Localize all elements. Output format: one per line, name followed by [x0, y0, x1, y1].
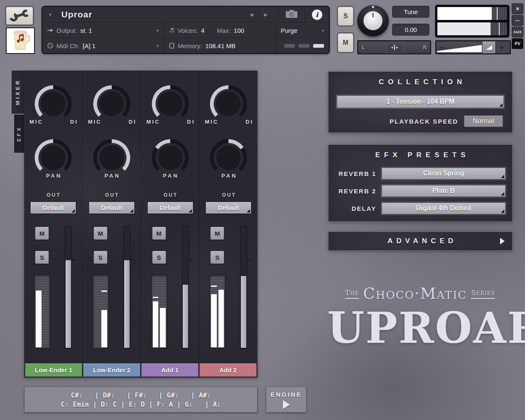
pan-label: PAN — [24, 173, 82, 179]
play-icon — [283, 400, 290, 409]
mug-icon — [8, 29, 32, 53]
output-level-meters — [435, 5, 509, 37]
volume-slider[interactable]: − + — [435, 40, 511, 54]
out-label: OUT — [24, 192, 82, 198]
solo-button[interactable]: S — [93, 251, 108, 264]
solo-button[interactable]: S — [338, 7, 353, 26]
mute-button[interactable]: M — [152, 227, 166, 240]
edit-instrument-button[interactable] — [6, 7, 33, 25]
mic-di-blend-knob[interactable] — [207, 81, 250, 125]
efx-presets-title: EFX PRESETS — [329, 151, 512, 159]
out-label: OUT — [141, 192, 199, 198]
output-jack-icon — [47, 28, 53, 33]
pan-label: PAN — [141, 173, 199, 179]
reverb1-label: REVERB 1 — [339, 170, 376, 177]
channel-volume-fader[interactable] — [123, 226, 130, 349]
minimize-icon[interactable]: — — [512, 15, 523, 26]
tune-value[interactable]: 0.00 — [392, 24, 429, 36]
voices-readout: ♬ Voices: 4 Max: 100 — [164, 23, 276, 38]
channel-level-meter — [209, 275, 226, 349]
next-instrument-icon[interactable]: ▶ — [264, 12, 267, 17]
channel-name-tab[interactable]: Add 1 — [141, 363, 199, 377]
pan-knob[interactable] — [32, 135, 75, 178]
mic-di-blend-knob[interactable] — [32, 81, 75, 125]
instrument-artwork — [6, 27, 35, 54]
delay-preset-select[interactable]: Digital 4th Dotted — [382, 203, 505, 214]
advanced-button[interactable]: ADVANCED — [328, 232, 513, 251]
pan-slider-handle[interactable]: ◂▸ — [386, 42, 403, 53]
tune-label: Tune — [392, 6, 429, 18]
mixer-strip: MIC DI PAN OUT Default M S — [199, 71, 258, 363]
channel-volume-fader[interactable] — [240, 226, 247, 349]
channel-volume-fader[interactable] — [65, 226, 72, 349]
performance-view-button[interactable]: PV — [512, 38, 523, 49]
tab-efx[interactable]: EFX — [14, 115, 24, 153]
pan-slider[interactable]: L R ◂▸ — [357, 40, 431, 54]
prev-instrument-icon[interactable]: ◀ — [250, 12, 253, 17]
chevron-down-icon: ▾ — [157, 44, 159, 48]
output-routing-select[interactable]: Default — [206, 202, 251, 214]
close-icon[interactable]: ✕ — [512, 3, 523, 14]
info-icon[interactable]: i — [312, 10, 322, 20]
purge-menu[interactable]: Purge ▾ — [276, 23, 329, 38]
reverb1-preset-select[interactable]: Clean Spring — [382, 168, 505, 179]
volume-wedge — [437, 42, 482, 52]
mute-button[interactable]: M — [35, 227, 49, 240]
channel-tabs-row: Low-Ender 1 Low-Ender 2 Add 1 Add 2 — [25, 363, 257, 377]
knob-marker — [372, 6, 374, 8]
volume-minus-label: − — [440, 44, 444, 51]
snapshot-button[interactable] — [278, 7, 304, 22]
output-routing-select[interactable]: Default — [147, 202, 193, 214]
channel-name-tab[interactable]: Add 2 — [199, 363, 257, 377]
volume-slider-handle[interactable] — [483, 42, 495, 53]
purge-led — [313, 44, 324, 48]
solo-button[interactable]: S — [152, 251, 166, 264]
keymap-line-sharps: C#: | D#: | F#: | G#: | A#: — [25, 391, 257, 399]
tab-mixer[interactable]: MIXER — [12, 71, 24, 114]
reverb2-preset-select[interactable]: Plate B — [382, 185, 505, 197]
mic-di-blend-knob[interactable] — [149, 81, 192, 125]
mixer-strip: MIC DI PAN OUT Default M S — [83, 71, 141, 363]
fader-zero-notch — [130, 259, 133, 261]
pan-knob[interactable] — [90, 135, 133, 178]
delay-label: DELAY — [352, 205, 376, 212]
mic-di-labels: MIC DI — [88, 119, 137, 125]
mic-di-blend-knob[interactable] — [90, 81, 133, 125]
arrow-right-icon — [500, 238, 505, 244]
channel-volume-fader[interactable] — [182, 226, 189, 349]
aux-button[interactable]: AUX — [512, 27, 523, 37]
out-label: OUT — [199, 192, 258, 198]
fader-zero-notch — [72, 259, 75, 261]
camera-icon — [285, 10, 298, 20]
fader-zero-notch — [247, 259, 250, 261]
collection-panel: COLLECTION 1 - Tension - 104 BPM PLAYBAC… — [328, 71, 513, 133]
instrument-title: Uproar — [61, 10, 93, 20]
pan-knob[interactable] — [149, 135, 192, 178]
title-dropdown-icon[interactable]: ▾ — [49, 12, 52, 17]
tune-knob[interactable] — [357, 5, 389, 37]
solo-button[interactable]: S — [210, 251, 224, 264]
instrument-header: ▾ Uproar ◀ ▶ — [42, 6, 330, 54]
efx-presets-panel: EFX PRESETS REVERB 1 Clean Spring REVERB… — [328, 144, 513, 222]
output-select[interactable]: Output: st. 1 ▾ — [42, 23, 164, 38]
pan-knob[interactable] — [207, 135, 250, 178]
channel-name-tab[interactable]: Low-Ender 2 — [83, 363, 140, 377]
purge-led — [284, 44, 295, 48]
mute-button[interactable]: M — [338, 33, 353, 52]
midi-channel-select[interactable]: Midi Ch: [A] 1 ▾ — [42, 38, 164, 53]
channel-level-meter — [34, 275, 50, 349]
purge-led — [299, 44, 309, 48]
level-meter-right — [437, 22, 507, 35]
channel-name-tab[interactable]: Low-Ender 1 — [25, 363, 82, 377]
output-routing-select[interactable]: Default — [89, 202, 135, 214]
mute-button[interactable]: M — [210, 227, 224, 240]
collection-select[interactable]: 1 - Tension - 104 BPM — [337, 95, 504, 108]
output-routing-select[interactable]: Default — [30, 202, 76, 214]
level-meter-left — [437, 7, 507, 20]
keymap-legend: C#: | D#: | F#: | G#: | A#: C: Emin | D:… — [24, 387, 258, 413]
engine-play-button[interactable]: ENGINE — [266, 387, 307, 413]
playback-speed-button[interactable]: Normal — [464, 115, 503, 127]
mute-button[interactable]: M — [93, 227, 108, 240]
instrument-logo: UPROAR — [327, 307, 513, 349]
solo-button[interactable]: S — [35, 251, 49, 264]
